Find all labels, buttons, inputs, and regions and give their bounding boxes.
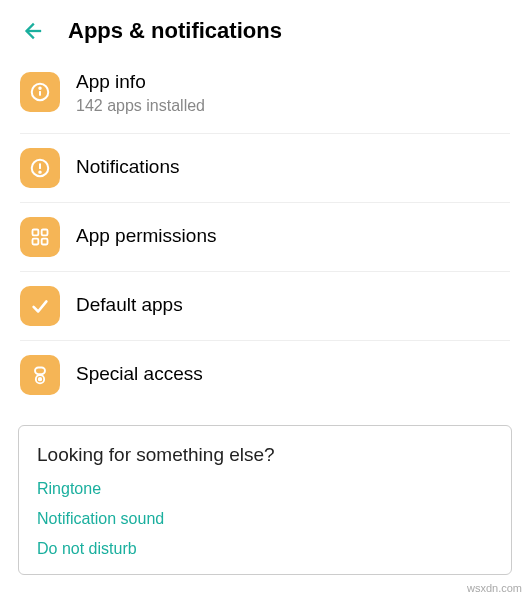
svg-rect-11: [35, 367, 45, 374]
list-item-text: App info 142 apps installed: [76, 70, 205, 115]
arrow-left-icon: [21, 20, 43, 42]
svg-rect-10: [42, 238, 48, 244]
alert-icon: [20, 148, 60, 188]
header: Apps & notifications: [0, 0, 530, 58]
list-item-title: Default apps: [76, 293, 183, 318]
svg-point-13: [39, 378, 42, 381]
list-item-title: App info: [76, 70, 205, 95]
watermark: wsxdn.com: [467, 582, 522, 594]
svg-point-3: [39, 88, 40, 89]
suggestion-link-ringtone[interactable]: Ringtone: [37, 480, 493, 498]
svg-rect-7: [33, 229, 39, 235]
list-item-subtitle: 142 apps installed: [76, 97, 205, 115]
list-item-text: App permissions: [76, 224, 216, 249]
svg-point-6: [39, 171, 40, 172]
svg-rect-8: [42, 229, 48, 235]
list-item-notifications[interactable]: Notifications: [0, 134, 530, 202]
page-title: Apps & notifications: [68, 18, 282, 44]
back-button[interactable]: [20, 19, 44, 43]
list-item-special-access[interactable]: Special access: [0, 341, 530, 409]
grid-icon: [20, 217, 60, 257]
info-icon: [20, 72, 60, 112]
list-item-title: Special access: [76, 362, 203, 387]
list-item-title: Notifications: [76, 155, 180, 180]
suggestion-link-notification-sound[interactable]: Notification sound: [37, 510, 493, 528]
list-item-text: Special access: [76, 362, 203, 387]
suggestion-link-do-not-disturb[interactable]: Do not disturb: [37, 540, 493, 558]
list-item-text: Default apps: [76, 293, 183, 318]
list-item-default-apps[interactable]: Default apps: [0, 272, 530, 340]
special-icon: [20, 355, 60, 395]
svg-rect-9: [33, 238, 39, 244]
list-item-permissions[interactable]: App permissions: [0, 203, 530, 271]
list-item-app-info[interactable]: App info 142 apps installed: [0, 58, 530, 133]
list-item-title: App permissions: [76, 224, 216, 249]
check-icon: [20, 286, 60, 326]
suggestion-heading: Looking for something else?: [37, 444, 493, 466]
list-item-text: Notifications: [76, 155, 180, 180]
suggestion-card: Looking for something else? Ringtone Not…: [18, 425, 512, 575]
